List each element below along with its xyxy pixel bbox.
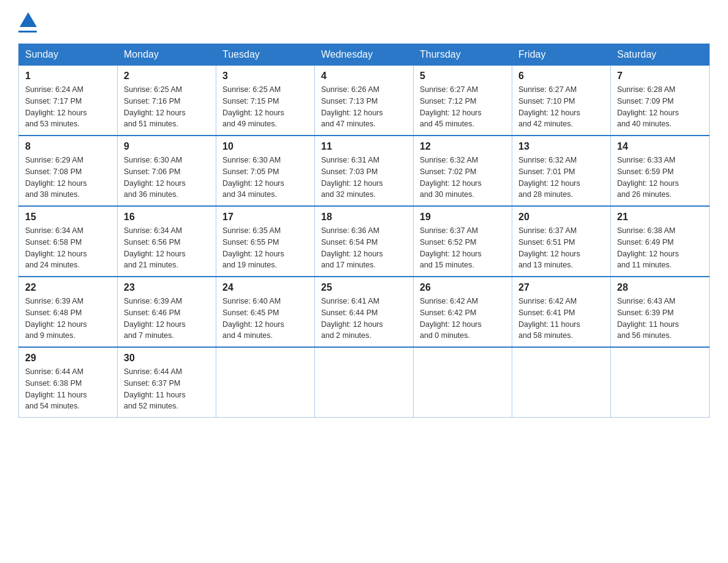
calendar-cell: 5Sunrise: 6:27 AMSunset: 7:12 PMDaylight…: [414, 66, 512, 136]
day-info: Sunrise: 6:27 AMSunset: 7:10 PMDaylight:…: [518, 84, 604, 130]
day-info: Sunrise: 6:26 AMSunset: 7:13 PMDaylight:…: [321, 84, 407, 130]
day-info: Sunrise: 6:24 AMSunset: 7:17 PMDaylight:…: [25, 84, 111, 130]
day-number: 1: [25, 71, 111, 82]
calendar-cell: 13Sunrise: 6:32 AMSunset: 7:01 PMDayligh…: [512, 136, 611, 206]
day-info: Sunrise: 6:35 AMSunset: 6:55 PMDaylight:…: [222, 225, 308, 271]
day-number: 19: [420, 212, 506, 223]
day-info: Sunrise: 6:44 AMSunset: 6:38 PMDaylight:…: [25, 366, 111, 412]
day-info: Sunrise: 6:27 AMSunset: 7:12 PMDaylight:…: [420, 84, 506, 130]
day-info: Sunrise: 6:30 AMSunset: 7:06 PMDaylight:…: [124, 155, 210, 201]
calendar-cell: 10Sunrise: 6:30 AMSunset: 7:05 PMDayligh…: [216, 136, 315, 206]
calendar-cell: 8Sunrise: 6:29 AMSunset: 7:08 PMDaylight…: [19, 136, 118, 206]
day-info: Sunrise: 6:39 AMSunset: 6:46 PMDaylight:…: [124, 296, 210, 342]
calendar-cell: [315, 347, 414, 418]
day-number: 29: [25, 353, 111, 364]
day-info: Sunrise: 6:32 AMSunset: 7:02 PMDaylight:…: [420, 155, 506, 201]
day-info: Sunrise: 6:41 AMSunset: 6:44 PMDaylight:…: [321, 296, 407, 342]
calendar-cell: 9Sunrise: 6:30 AMSunset: 7:06 PMDaylight…: [118, 136, 216, 206]
day-info: Sunrise: 6:30 AMSunset: 7:05 PMDaylight:…: [222, 155, 308, 201]
day-info: Sunrise: 6:37 AMSunset: 6:52 PMDaylight:…: [420, 225, 506, 271]
day-number: 20: [518, 212, 604, 223]
calendar-cell: 22Sunrise: 6:39 AMSunset: 6:48 PMDayligh…: [19, 277, 118, 347]
day-info: Sunrise: 6:44 AMSunset: 6:37 PMDaylight:…: [124, 366, 210, 412]
day-info: Sunrise: 6:34 AMSunset: 6:58 PMDaylight:…: [25, 225, 111, 271]
day-info: Sunrise: 6:28 AMSunset: 7:09 PMDaylight:…: [617, 84, 703, 130]
calendar-cell: 30Sunrise: 6:44 AMSunset: 6:37 PMDayligh…: [118, 347, 216, 418]
day-info: Sunrise: 6:42 AMSunset: 6:42 PMDaylight:…: [420, 296, 506, 342]
day-number: 7: [617, 71, 703, 82]
day-info: Sunrise: 6:34 AMSunset: 6:56 PMDaylight:…: [124, 225, 210, 271]
day-info: Sunrise: 6:38 AMSunset: 6:49 PMDaylight:…: [617, 225, 703, 271]
calendar-table: SundayMondayTuesdayWednesdayThursdayFrid…: [18, 44, 710, 418]
header-wednesday: Wednesday: [315, 44, 414, 66]
logo-underline: [18, 31, 37, 33]
day-info: Sunrise: 6:29 AMSunset: 7:08 PMDaylight:…: [25, 155, 111, 201]
calendar-cell: 20Sunrise: 6:37 AMSunset: 6:51 PMDayligh…: [512, 206, 611, 277]
week-row-5: 29Sunrise: 6:44 AMSunset: 6:38 PMDayligh…: [19, 347, 710, 418]
header-sunday: Sunday: [19, 44, 118, 66]
calendar-cell: 26Sunrise: 6:42 AMSunset: 6:42 PMDayligh…: [414, 277, 512, 347]
calendar-cell: [512, 347, 611, 418]
day-info: Sunrise: 6:36 AMSunset: 6:54 PMDaylight:…: [321, 225, 407, 271]
calendar-cell: 16Sunrise: 6:34 AMSunset: 6:56 PMDayligh…: [118, 206, 216, 277]
day-info: Sunrise: 6:25 AMSunset: 7:15 PMDaylight:…: [222, 84, 308, 130]
calendar-cell: 24Sunrise: 6:40 AMSunset: 6:45 PMDayligh…: [216, 277, 315, 347]
calendar-cell: 23Sunrise: 6:39 AMSunset: 6:46 PMDayligh…: [118, 277, 216, 347]
day-number: 18: [321, 212, 407, 223]
day-number: 10: [222, 141, 308, 152]
day-number: 22: [25, 282, 111, 293]
calendar-cell: [216, 347, 315, 418]
day-number: 9: [124, 141, 210, 152]
day-info: Sunrise: 6:33 AMSunset: 6:59 PMDaylight:…: [617, 155, 703, 201]
calendar-cell: 25Sunrise: 6:41 AMSunset: 6:44 PMDayligh…: [315, 277, 414, 347]
calendar-cell: 2Sunrise: 6:25 AMSunset: 7:16 PMDaylight…: [118, 66, 216, 136]
day-number: 2: [124, 71, 210, 82]
day-number: 24: [222, 282, 308, 293]
calendar-cell: 3Sunrise: 6:25 AMSunset: 7:15 PMDaylight…: [216, 66, 315, 136]
calendar-cell: 19Sunrise: 6:37 AMSunset: 6:52 PMDayligh…: [414, 206, 512, 277]
calendar-cell: 29Sunrise: 6:44 AMSunset: 6:38 PMDayligh…: [19, 347, 118, 418]
calendar-cell: 1Sunrise: 6:24 AMSunset: 7:17 PMDaylight…: [19, 66, 118, 136]
calendar-cell: 15Sunrise: 6:34 AMSunset: 6:58 PMDayligh…: [19, 206, 118, 277]
day-number: 4: [321, 71, 407, 82]
calendar-cell: 6Sunrise: 6:27 AMSunset: 7:10 PMDaylight…: [512, 66, 611, 136]
header-saturday: Saturday: [611, 44, 710, 66]
calendar-cell: 27Sunrise: 6:42 AMSunset: 6:41 PMDayligh…: [512, 277, 611, 347]
day-number: 6: [518, 71, 604, 82]
header-monday: Monday: [118, 44, 216, 66]
day-number: 21: [617, 212, 703, 223]
day-number: 14: [617, 141, 703, 152]
header-tuesday: Tuesday: [216, 44, 315, 66]
day-number: 13: [518, 141, 604, 152]
weekday-header-row: SundayMondayTuesdayWednesdayThursdayFrid…: [19, 44, 710, 66]
week-row-4: 22Sunrise: 6:39 AMSunset: 6:48 PMDayligh…: [19, 277, 710, 347]
day-number: 27: [518, 282, 604, 293]
calendar-cell: 12Sunrise: 6:32 AMSunset: 7:02 PMDayligh…: [414, 136, 512, 206]
day-info: Sunrise: 6:32 AMSunset: 7:01 PMDaylight:…: [518, 155, 604, 201]
page-header: [18, 12, 710, 33]
day-number: 25: [321, 282, 407, 293]
calendar-cell: 7Sunrise: 6:28 AMSunset: 7:09 PMDaylight…: [611, 66, 710, 136]
day-number: 28: [617, 282, 703, 293]
calendar-cell: [611, 347, 710, 418]
day-number: 11: [321, 141, 407, 152]
day-info: Sunrise: 6:25 AMSunset: 7:16 PMDaylight:…: [124, 84, 210, 130]
calendar-cell: 4Sunrise: 6:26 AMSunset: 7:13 PMDaylight…: [315, 66, 414, 136]
week-row-3: 15Sunrise: 6:34 AMSunset: 6:58 PMDayligh…: [19, 206, 710, 277]
calendar-cell: [414, 347, 512, 418]
day-number: 23: [124, 282, 210, 293]
week-row-2: 8Sunrise: 6:29 AMSunset: 7:08 PMDaylight…: [19, 136, 710, 206]
day-info: Sunrise: 6:40 AMSunset: 6:45 PMDaylight:…: [222, 296, 308, 342]
calendar-cell: 11Sunrise: 6:31 AMSunset: 7:03 PMDayligh…: [315, 136, 414, 206]
calendar-cell: 17Sunrise: 6:35 AMSunset: 6:55 PMDayligh…: [216, 206, 315, 277]
calendar-cell: 18Sunrise: 6:36 AMSunset: 6:54 PMDayligh…: [315, 206, 414, 277]
day-info: Sunrise: 6:31 AMSunset: 7:03 PMDaylight:…: [321, 155, 407, 201]
day-number: 12: [420, 141, 506, 152]
week-row-1: 1Sunrise: 6:24 AMSunset: 7:17 PMDaylight…: [19, 66, 710, 136]
day-number: 5: [420, 71, 506, 82]
svg-marker-0: [20, 12, 37, 27]
day-info: Sunrise: 6:42 AMSunset: 6:41 PMDaylight:…: [518, 296, 604, 342]
day-info: Sunrise: 6:37 AMSunset: 6:51 PMDaylight:…: [518, 225, 604, 271]
day-info: Sunrise: 6:39 AMSunset: 6:48 PMDaylight:…: [25, 296, 111, 342]
header-friday: Friday: [512, 44, 611, 66]
